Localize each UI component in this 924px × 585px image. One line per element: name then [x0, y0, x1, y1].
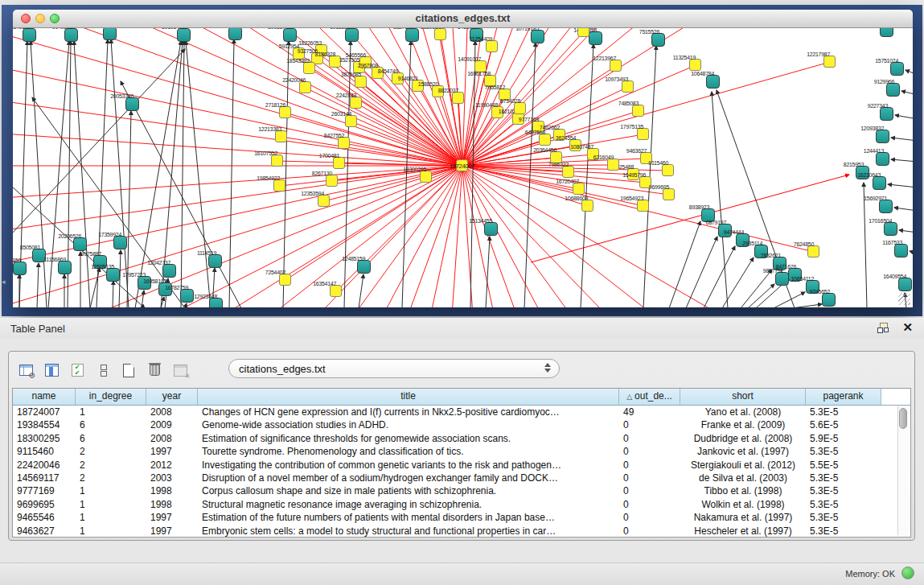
table-body[interactable]: 1872400712008Changes of HCN gene express… — [13, 406, 910, 538]
column-header-year[interactable]: year — [146, 389, 198, 405]
graph-node[interactable]: 7986322 — [562, 166, 574, 178]
table-row[interactable]: 946554611997Estimation of the future num… — [13, 511, 910, 524]
table-row[interactable]: 1938455462009Genome-wide association stu… — [13, 418, 910, 431]
graph-node[interactable]: 18543382 — [303, 62, 315, 74]
table-cell[interactable]: 19384554 — [13, 418, 76, 431]
table-cell[interactable]: 9699695 — [13, 498, 76, 511]
table-cell[interactable]: 1997 — [146, 445, 198, 458]
graph-node[interactable]: 15134455 — [484, 222, 498, 236]
table-mode-icon[interactable] — [15, 360, 36, 381]
graph-node[interactable]: 7624850 — [807, 245, 819, 257]
table-cell[interactable]: 14569117 — [13, 472, 76, 484]
show-columns-icon[interactable] — [41, 360, 62, 381]
resize-grip-icon[interactable] — [898, 293, 910, 305]
table-row[interactable]: 1872400712008Changes of HCN gene express… — [13, 406, 910, 418]
table-cell[interactable]: 5.6E-5 — [806, 418, 881, 431]
graph-node[interactable]: 20031746 — [283, 28, 297, 42]
vertical-scrollbar[interactable] — [897, 406, 909, 535]
table-cell[interactable]: Corpus callosum shape and size in male p… — [198, 484, 619, 497]
column-header-in_degree[interactable]: in_degree — [76, 389, 146, 405]
graph-node[interactable]: 17975135 — [637, 128, 649, 140]
table-cell[interactable]: 6 — [76, 418, 146, 431]
graph-node[interactable]: 16107552 — [271, 154, 283, 167]
panel-collapse-handle[interactable]: ◂ — [2, 278, 6, 286]
table-cell[interactable]: Estimation of significance thresholds fo… — [198, 432, 619, 445]
table-cell[interactable]: 5.3E-5 — [806, 445, 881, 458]
graph-node[interactable]: 8130504 — [434, 28, 446, 40]
table-cell[interactable]: 1 — [76, 525, 146, 538]
graph-node[interactable]: 1167533 — [894, 244, 908, 257]
memory-ok-indicator[interactable] — [901, 566, 914, 579]
graph-node[interactable]: 12353594 — [318, 195, 330, 207]
table-cell[interactable]: Tourette syndrome. Phenomenology and cla… — [198, 445, 619, 458]
graph-node[interactable]: 15692971 — [879, 200, 893, 213]
table-cell[interactable]: Hescheler et al. (1997) — [680, 525, 806, 538]
graph-node[interactable]: 2718126 — [279, 106, 291, 118]
table-cell[interactable]: 2012 — [146, 459, 198, 472]
graph-node[interactable]: 12042737 — [162, 264, 176, 278]
delete-table-icon[interactable] — [170, 360, 191, 381]
table-cell[interactable]: 1997 — [146, 511, 198, 524]
graph-node[interactable]: 9040361 — [64, 28, 78, 42]
network-window[interactable]: citations_edges.txt 18495569040361206437… — [13, 10, 913, 307]
table-cell[interactable]: 2009 — [146, 418, 198, 431]
table-cell[interactable]: Yano et al. (2008) — [680, 406, 806, 418]
graph-node[interactable]: 9699695 — [663, 188, 675, 200]
table-cell[interactable]: de Silva et al. (2003) — [680, 472, 806, 484]
graph-node[interactable]: 12505135 — [106, 268, 120, 282]
table-cell[interactable]: 1 — [76, 498, 146, 511]
graph-node[interactable]: 18300295 — [420, 171, 432, 183]
graph-node[interactable]: 1849556 — [23, 28, 36, 42]
table-cell[interactable]: 1997 — [146, 525, 198, 538]
table-cell[interactable]: 0 — [619, 472, 680, 484]
table-cell[interactable]: 9463627 — [13, 525, 76, 538]
table-row[interactable]: 969969511998Structural magnetic resonanc… — [13, 498, 910, 511]
graph-node[interactable]: 16409554 — [898, 278, 912, 291]
graph-node[interactable]: 8131074 — [577, 28, 589, 37]
table-cell[interactable]: Embryonic stem cells: a model to study s… — [198, 525, 619, 538]
column-header-pagerank[interactable]: pagerank — [806, 389, 881, 405]
table-cell[interactable]: 2003 — [146, 472, 198, 484]
graph-node[interactable]: 12217987 — [823, 56, 836, 68]
graph-node[interactable]: 9339159 — [13, 262, 27, 275]
graph-node[interactable]: 11156869 — [58, 261, 72, 274]
table-cell[interactable]: 49 — [619, 406, 680, 418]
graph-node[interactable]: 17359924 — [113, 236, 127, 249]
graph-node[interactable]: 14671358 — [589, 31, 602, 45]
table-cell[interactable]: 1998 — [146, 498, 198, 511]
graph-node[interactable]: 16354147 — [330, 285, 342, 297]
graph-node[interactable]: 19654923 — [637, 200, 649, 212]
graph-node[interactable]: 11254409 — [486, 40, 498, 52]
table-row[interactable]: 946362711997Embryonic stem cells: a mode… — [13, 525, 910, 538]
graph-node[interactable]: 8822037 — [452, 92, 464, 104]
graph-node[interactable]: 11325419 — [689, 59, 701, 71]
graph-node[interactable]: 20053346 — [125, 97, 139, 111]
table-cell[interactable]: Tibbo et al. (1998) — [680, 484, 806, 497]
table-cell[interactable]: 1 — [76, 406, 146, 418]
close-panel-icon[interactable]: ✕ — [902, 320, 913, 335]
graph-node[interactable]: 16782759 — [180, 289, 194, 303]
graph-node[interactable]: 18724007 — [456, 159, 468, 171]
graph-node[interactable]: 10973493 — [622, 80, 634, 93]
table-cell[interactable]: 9465546 — [13, 511, 76, 524]
graph-node[interactable]: 16720407 — [573, 183, 585, 195]
minimize-button[interactable] — [35, 14, 45, 23]
graph-node[interactable]: 12213967 — [610, 60, 622, 72]
close-button[interactable] — [21, 14, 31, 23]
graph-node[interactable]: 10719185 — [531, 30, 544, 43]
table-cell[interactable]: 5.9E-5 — [806, 432, 881, 445]
table-cell[interactable]: 5.3E-5 — [806, 525, 881, 538]
table-cell[interactable]: 2008 — [146, 406, 198, 418]
table-cell[interactable]: 18300295 — [13, 432, 76, 445]
graph-node[interactable]: 18039981 — [228, 28, 242, 40]
table-cell[interactable]: Nakamura et al. (1997) — [680, 511, 806, 524]
table-cell[interactable]: 5.5E-5 — [806, 459, 881, 472]
graph-node[interactable]: 10648784 — [706, 75, 720, 89]
graph-node[interactable]: 8427552 — [338, 137, 350, 149]
graph-node[interactable]: 22420046 — [299, 81, 311, 93]
network-canvas[interactable]: 1849556904036120643721206914061803998120… — [13, 28, 913, 307]
table-cell[interactable]: 0 — [619, 525, 680, 538]
column-header-title[interactable]: title — [198, 389, 619, 405]
table-cell[interactable]: 22420046 — [13, 459, 76, 472]
graph-node[interactable]: 7485083 — [632, 105, 644, 117]
